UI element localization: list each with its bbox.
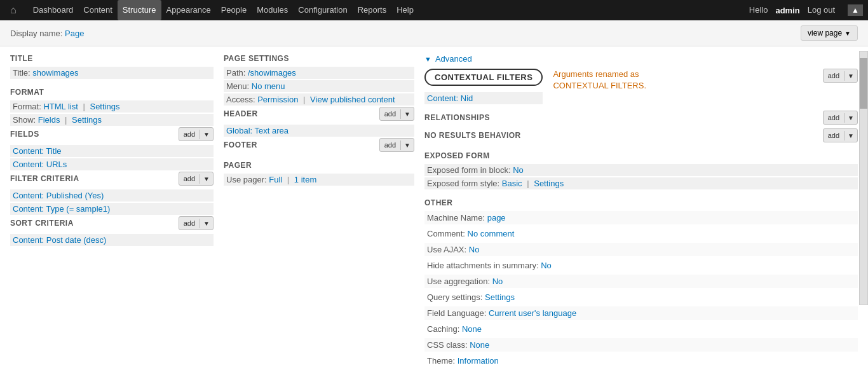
path-value-link[interactable]: /showimages <box>248 68 296 78</box>
format-separator: | <box>83 102 85 111</box>
machine-name-value[interactable]: page <box>487 213 506 223</box>
path-label: Path: <box>226 68 245 78</box>
exposed-block-value[interactable]: No <box>513 165 524 175</box>
contextual-filters-area: CONTEXTUAL FILTERS Content: Nid <box>424 69 543 106</box>
top-navigation: ⌂ Dashboard Content Structure Appearance… <box>0 0 868 20</box>
css-class-row: CSS class: None <box>424 338 858 352</box>
format-value-link[interactable]: HTML list <box>43 102 78 111</box>
css-value[interactable]: None <box>470 340 489 350</box>
exposed-style-label: Exposed form style: <box>427 179 499 188</box>
query-label: Query settings: <box>427 292 482 302</box>
sort1-row: Content: Post date (desc) <box>10 234 214 246</box>
machine-name-label: Machine Name: <box>427 213 485 223</box>
nav-arrow-button[interactable]: ▲ <box>848 4 863 16</box>
title-value-link[interactable]: showimages <box>32 68 78 78</box>
pager-section-header: PAGER <box>224 161 414 170</box>
nav-help[interactable]: Help <box>391 0 419 20</box>
nav-structure[interactable]: Structure <box>118 0 161 20</box>
filter2-row: Content: Type (= sample1) <box>10 203 214 215</box>
access-value-link[interactable]: Permission <box>257 95 298 104</box>
display-label: Display name: <box>10 29 62 38</box>
format-settings-link[interactable]: Settings <box>90 102 119 111</box>
sort1-link[interactable]: Content: Post date (desc) <box>13 235 106 245</box>
field1-row: Content: Title <box>10 145 214 157</box>
nav-people[interactable]: People <box>216 0 252 20</box>
header-value-link[interactable]: Global: Text area <box>226 126 288 135</box>
nav-reports[interactable]: Reports <box>353 0 392 20</box>
header-add-button[interactable]: add ▼ <box>379 107 414 121</box>
relationships-section-header: RELATIONSHIPS <box>424 113 490 122</box>
field1-link[interactable]: Content: Title <box>13 146 62 156</box>
nav-appearance[interactable]: Appearance <box>161 0 216 20</box>
filter2-link[interactable]: Content: Type (= sample1) <box>13 204 110 214</box>
rel-add-arrow: ▼ <box>844 113 857 123</box>
sort-header-row: SORT CRITERIA add ▼ <box>10 216 214 230</box>
theme-value[interactable]: Information <box>458 356 499 366</box>
display-value-link[interactable]: Page <box>65 29 84 38</box>
left-column: TITLE Title: showimages FORMAT Format: H… <box>10 54 214 373</box>
pager-full-link[interactable]: Full <box>269 175 282 184</box>
header-add-arrow: ▼ <box>400 109 414 119</box>
caching-value[interactable]: None <box>462 324 482 334</box>
rel-add-button[interactable]: add ▼ <box>823 111 858 125</box>
path-row: Path: /showimages <box>224 67 414 79</box>
content-nid-link[interactable]: Content: Nid <box>427 93 473 103</box>
exposed-block-row: Exposed form in block: No <box>424 164 858 176</box>
pager-item-link[interactable]: 1 item <box>294 175 316 184</box>
exposed-style-row: Exposed form style: Basic | Settings <box>424 177 858 189</box>
comment-value[interactable]: No comment <box>468 229 515 238</box>
footer-add-button[interactable]: add ▼ <box>379 138 414 152</box>
home-icon[interactable]: ⌂ <box>5 0 22 20</box>
scrollbar[interactable] <box>859 51 868 305</box>
show-fields-link[interactable]: Fields <box>38 115 60 125</box>
nav-content[interactable]: Content <box>78 0 118 20</box>
fields-add-arrow: ▼ <box>200 130 213 139</box>
nav-modules[interactable]: Modules <box>252 0 293 20</box>
view-published-link[interactable]: View published content <box>310 95 395 104</box>
nores-add-label: add <box>824 130 844 141</box>
field-lang-label: Field Language: <box>427 308 486 318</box>
header-section-row: HEADER add ▼ <box>224 107 414 121</box>
use-agg-row: Use aggregation: No <box>424 275 858 288</box>
footer-section-header: FOOTER <box>224 141 257 149</box>
advanced-label-link[interactable]: Advanced <box>435 54 472 64</box>
sort-add-label: add <box>179 218 200 228</box>
nav-dashboard[interactable]: Dashboard <box>28 0 79 20</box>
format-row: Format: HTML list | Settings <box>10 100 214 113</box>
exposed-basic-link[interactable]: Basic <box>502 179 522 188</box>
sort-add-button[interactable]: add ▼ <box>179 216 214 230</box>
scrollbar-thumb[interactable] <box>860 58 867 109</box>
display-name-row: Display name: Page <box>10 29 84 38</box>
fields-add-button[interactable]: add ▼ <box>179 127 214 141</box>
right-column: ▼ Advanced CONTEXTUAL FILTERS Content: N… <box>424 54 858 373</box>
hide-attach-value[interactable]: No <box>541 261 552 270</box>
query-value-link[interactable]: Settings <box>485 292 515 302</box>
sort-section-header: SORT CRITERIA <box>10 219 74 228</box>
other-section-header: OTHER <box>424 198 858 207</box>
sub-header: Display name: Page view page ▼ <box>0 20 868 46</box>
filter-add-button[interactable]: add ▼ <box>179 172 214 186</box>
cf-add-button[interactable]: add ▼ <box>823 69 858 83</box>
field-lang-value[interactable]: Current user's language <box>489 308 576 318</box>
show-label: Show: <box>13 115 36 125</box>
field2-link[interactable]: Content: URLs <box>13 160 67 169</box>
pager-label: Use pager: <box>226 175 267 184</box>
field-lang-row: Field Language: Current user's language <box>424 306 858 320</box>
use-ajax-value[interactable]: No <box>469 245 480 254</box>
filter1-link[interactable]: Content: Published (Yes) <box>13 191 104 200</box>
logout-link[interactable]: Log out <box>803 0 840 20</box>
contextual-filters-label: CONTEXTUAL FILTERS <box>435 72 532 82</box>
menu-value-link[interactable]: No menu <box>252 81 285 91</box>
show-settings-link[interactable]: Settings <box>72 115 102 125</box>
greeting-text: Hello <box>744 0 773 20</box>
use-agg-label: Use aggregation: <box>427 277 490 286</box>
query-settings-row: Query settings: Settings <box>424 291 858 304</box>
use-agg-value[interactable]: No <box>492 277 503 286</box>
nores-add-button[interactable]: add ▼ <box>823 128 858 142</box>
show-separator: | <box>65 115 67 125</box>
exposed-settings-link[interactable]: Settings <box>534 179 564 188</box>
theme-label: Theme: <box>427 356 455 366</box>
format-label: Format: <box>13 102 41 111</box>
nav-configuration[interactable]: Configuration <box>293 0 352 20</box>
view-page-button[interactable]: view page ▼ <box>801 25 858 41</box>
